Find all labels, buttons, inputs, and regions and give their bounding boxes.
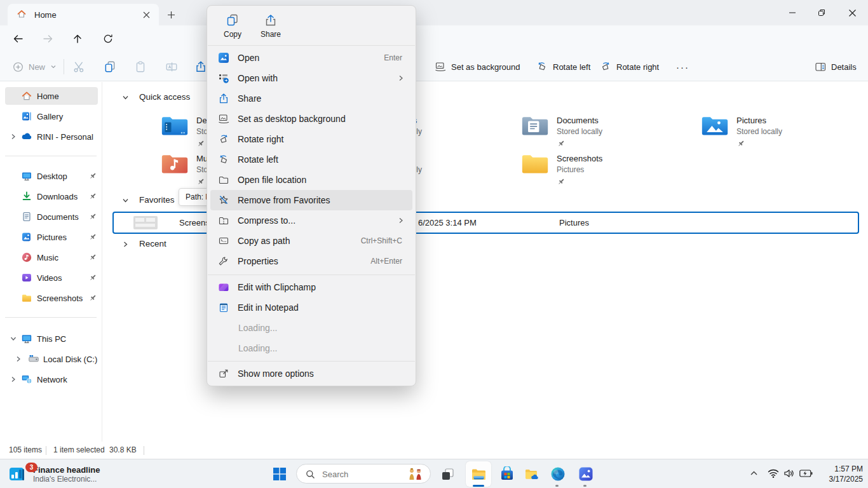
menu-item-open-with[interactable]: Open with [210, 68, 412, 88]
sidebar-item-desktop[interactable]: Desktop [5, 167, 98, 185]
quick-share-button[interactable]: Share [254, 12, 287, 44]
battery-icon[interactable] [799, 470, 813, 477]
favorites-collapse-icon[interactable] [121, 196, 131, 206]
back-button[interactable] [10, 31, 25, 46]
close-button[interactable] [837, 0, 867, 25]
copy-button[interactable] [100, 57, 120, 76]
menu-item-remove-from-favorites[interactable]: Remove from Favorites [210, 190, 412, 210]
rotate-left-button[interactable]: Rotate left [532, 57, 594, 76]
expand-chevron-icon[interactable] [14, 355, 23, 363]
compress-folder-icon [218, 215, 229, 226]
music-folder-icon [161, 151, 189, 175]
sidebar-item-music[interactable]: Music [5, 248, 98, 266]
collapse-chevron-icon[interactable] [9, 334, 18, 343]
menu-item-compress-to[interactable]: Compress to... [210, 210, 412, 231]
expand-chevron-icon[interactable] [9, 132, 18, 141]
sidebar-item-onedrive[interactable]: RINI - Personal [5, 128, 98, 146]
menu-item-open-file-location[interactable]: Open file location [210, 170, 412, 190]
taskbar-clock[interactable]: 1:57 PM 3/17/2025 [829, 464, 863, 484]
context-menu: Copy Share Open Enter Open with Share Se… [207, 5, 416, 386]
task-view-button[interactable] [439, 466, 456, 482]
chevron-down-icon [50, 64, 57, 70]
menu-item-edit-with-clipchamp[interactable]: Edit with Clipchamp [210, 277, 412, 297]
more-options-button[interactable]: ··· [672, 57, 693, 76]
set-as-background-button[interactable]: Set as background [431, 57, 524, 76]
home-tab-icon [17, 9, 28, 20]
menu-item-open[interactable]: Open Enter [210, 48, 412, 68]
section-recent[interactable]: Recent [139, 239, 166, 248]
items-count: 105 items [9, 445, 42, 454]
unfavorite-star-icon [218, 194, 229, 206]
widget-headline: Finance headline [33, 465, 100, 475]
sidebar-item-label: Documents [37, 212, 79, 222]
section-favorites[interactable]: Favorites [139, 195, 175, 205]
tab-home[interactable]: Home [8, 4, 159, 25]
sidebar-item-gallery[interactable]: Gallery [5, 107, 98, 125]
menu-item-edit-in-notepad[interactable]: Edit in Notepad [210, 297, 412, 318]
photos-app-button[interactable] [578, 466, 594, 482]
new-button[interactable]: New [9, 57, 60, 76]
tab-close-icon[interactable] [140, 8, 153, 21]
tray-chevron-up-icon[interactable] [750, 470, 758, 477]
taskbar-search-input[interactable] [321, 466, 400, 483]
minimize-button[interactable] [778, 0, 807, 25]
tile-screenshots[interactable]: Screenshots Pictures [521, 151, 694, 217]
menu-item-show-more-options[interactable]: Show more options [210, 363, 412, 384]
sidebar-item-home[interactable]: Home [5, 87, 98, 105]
menu-item-copy-as-path[interactable]: Copy as path Ctrl+Shift+C [210, 231, 412, 251]
sidebar-item-local-disk-c[interactable]: Local Disk (C:) [5, 350, 98, 368]
onedrive-folder-button[interactable] [523, 466, 539, 482]
rotate-right-icon [600, 61, 611, 72]
sidebar-item-pictures[interactable]: Pictures [5, 228, 98, 246]
sidebar-item-downloads[interactable]: Downloads [5, 187, 98, 205]
menu-item-rotate-right[interactable]: Rotate right [210, 129, 412, 149]
menu-item-rotate-left[interactable]: Rotate left [210, 149, 412, 170]
cut-button[interactable] [69, 57, 89, 76]
file-folder: Pictures [559, 218, 589, 227]
expand-chevron-icon[interactable] [9, 375, 18, 384]
sidebar-item-label: Downloads [37, 192, 78, 201]
quick-access-collapse-icon[interactable] [121, 93, 131, 103]
section-quick-access[interactable]: Quick access [139, 92, 190, 102]
microsoft-store-button[interactable] [499, 466, 515, 482]
paste-button[interactable] [130, 57, 151, 76]
pin-icon [89, 193, 97, 200]
up-button[interactable] [70, 31, 85, 46]
selection-size: 30.8 KB [109, 445, 137, 454]
rename-button[interactable] [161, 57, 182, 76]
menu-item-share[interactable]: Share [210, 88, 412, 109]
widgets-button[interactable]: 3 Finance headline India's Electronic... [6, 462, 146, 486]
titlebar: Home [0, 0, 868, 25]
menu-item-properties[interactable]: Properties Alt+Enter [210, 251, 412, 271]
pin-icon [737, 140, 745, 147]
new-tab-button[interactable] [164, 8, 178, 22]
sidebar-item-videos[interactable]: Videos [5, 269, 98, 287]
details-view-button[interactable]: Details [811, 57, 860, 76]
wifi-icon[interactable] [768, 468, 779, 478]
sidebar-item-label: This PC [37, 334, 66, 344]
sidebar-item-this-pc[interactable]: This PC [5, 330, 98, 348]
forward-button[interactable] [40, 31, 55, 46]
sidebar-item-screenshots[interactable]: Screenshots [5, 289, 98, 307]
taskbar-search-box[interactable] [296, 464, 431, 484]
refresh-button[interactable] [100, 31, 116, 46]
sidebar-item-label: Network [37, 375, 67, 384]
file-explorer-taskbar-button[interactable] [470, 466, 487, 482]
menu-item-set-as-desktop-background[interactable]: Set as desktop background [210, 109, 412, 129]
quick-copy-button[interactable]: Copy [216, 12, 249, 44]
rotate-right-button[interactable]: Rotate right [596, 57, 663, 76]
sidebar-item-network[interactable]: Network [5, 370, 98, 388]
restore-button[interactable] [807, 0, 836, 25]
file-modified-date: 6/2025 3:14 PM [418, 218, 477, 227]
widgets-badge: 3 [25, 463, 37, 472]
recent-expand-icon[interactable] [121, 240, 131, 250]
file-explorer-icon [471, 466, 487, 482]
volume-icon[interactable] [783, 468, 794, 478]
folder-icon [218, 174, 229, 186]
sidebar-item-label: Music [37, 253, 58, 262]
edge-browser-button[interactable] [550, 466, 566, 482]
tile-pictures[interactable]: Pictures Stored locally [701, 113, 868, 179]
sidebar-item-documents[interactable]: Documents [5, 208, 98, 226]
start-button[interactable] [271, 466, 288, 482]
shortcut: Enter [384, 53, 402, 62]
